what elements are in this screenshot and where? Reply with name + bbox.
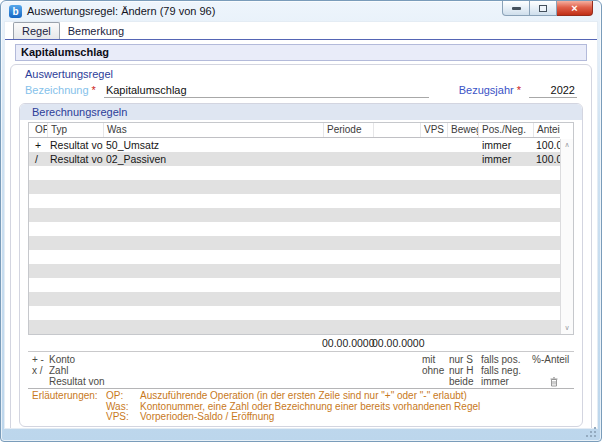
table-row-empty[interactable] xyxy=(29,208,560,222)
table-row[interactable]: + Resultat von 50_Umsatz immer 100.00% xyxy=(29,138,560,152)
cell-typ: Resultat von xyxy=(47,152,103,166)
date-format-hint: 00.00.0000 xyxy=(372,335,419,351)
cell-beweg xyxy=(447,152,478,166)
table-row-empty[interactable] xyxy=(29,264,560,278)
column-header[interactable]: Was xyxy=(103,123,323,137)
legend-beweg: nur H xyxy=(446,365,477,376)
table-row-empty[interactable] xyxy=(29,166,560,180)
cell-vps xyxy=(420,138,447,152)
column-header[interactable] xyxy=(373,123,420,137)
tab-bar: Regel Bemerkung xyxy=(5,22,597,40)
bottom-frame xyxy=(1,429,601,441)
column-header[interactable]: Beweg. xyxy=(447,123,478,137)
vertical-scrollbar[interactable]: ∧ ∨ xyxy=(560,139,573,334)
legend-op xyxy=(28,376,46,387)
legend-vps xyxy=(419,376,446,387)
cell-was: 02_Passiven xyxy=(103,152,323,166)
window-title: Auswertungsregel: Ändern (79 von 96) xyxy=(27,5,215,17)
tab-label: Regel xyxy=(22,25,51,37)
table-row-empty[interactable] xyxy=(29,292,560,306)
table-row-empty[interactable] xyxy=(29,236,560,250)
date-format-hint: 00.00.0000 xyxy=(322,335,372,351)
cell-periode-bis xyxy=(373,138,420,152)
cell-vps xyxy=(420,152,447,166)
resize-grip[interactable] xyxy=(586,427,598,439)
rules-table: OP Typ Was Periode VPS xyxy=(28,122,574,335)
group-berechnungsregeln: Berechnungsregeln OP Typ Was xyxy=(19,103,583,427)
group-auswertungsregel: Auswertungsregel Bezeichnung * Kapitalum… xyxy=(10,64,592,429)
note-row: VPS: Vorperioden-Saldo / Eröffnung xyxy=(106,412,574,423)
table-row-empty[interactable] xyxy=(29,320,560,334)
column-header[interactable]: Pos./Neg. xyxy=(478,123,533,137)
tab[interactable]: Bemerkung xyxy=(60,23,132,39)
table-row-empty[interactable] xyxy=(29,306,560,320)
table-row[interactable]: / Resultat von 02_Passiven immer 100.00% xyxy=(29,152,560,166)
legend-op: + - xyxy=(28,354,46,365)
legend-row: Resultat von beide immer xyxy=(28,376,561,387)
bezeichnung-label: Bezeichnung xyxy=(25,84,89,96)
table-row-empty[interactable] xyxy=(29,194,560,208)
table-row-empty[interactable] xyxy=(29,278,560,292)
legend-vps: ohne xyxy=(419,365,446,376)
cell-posneg: immer xyxy=(478,152,533,166)
rule-name-header: Kapitalumschlag xyxy=(15,44,587,61)
column-header[interactable]: OP xyxy=(29,123,47,137)
maximize-icon xyxy=(539,5,547,12)
table-row-empty[interactable] xyxy=(29,222,560,236)
legend-op: x / xyxy=(28,365,46,376)
legend-anteil: %-Anteil xyxy=(532,354,572,365)
legend-vps: mit xyxy=(419,354,446,365)
column-header[interactable]: Typ xyxy=(47,123,103,137)
legend-typ: Zahl xyxy=(46,365,372,376)
legend-posneg: immer xyxy=(477,376,532,387)
column-header[interactable]: Periode xyxy=(323,123,373,137)
maximize-button[interactable] xyxy=(530,1,557,16)
minimize-button[interactable] xyxy=(502,1,530,16)
trash-icon xyxy=(550,377,558,387)
berechnungsregeln-body: OP Typ Was Periode VPS xyxy=(20,120,582,426)
cell-periode-bis xyxy=(373,152,420,166)
legend-anteil xyxy=(532,376,561,387)
column-header[interactable]: VPS xyxy=(420,123,447,137)
legend-posneg: falls pos. xyxy=(477,354,532,365)
cell-op: + xyxy=(29,138,47,152)
note-text: Vorperioden-Saldo / Eröffnung xyxy=(140,412,274,423)
cell-beweg xyxy=(447,138,478,152)
column-header[interactable]: Anteil xyxy=(533,123,560,137)
legend-row: + - Konto mit nur S falls pos. %-Anteil xyxy=(28,354,561,365)
notes-section: Erläuterungen: OP: Auszuführende Operati… xyxy=(28,389,574,423)
close-button[interactable]: × xyxy=(557,1,593,16)
required-marker: * xyxy=(517,84,521,96)
chevron-down-icon: ∨ xyxy=(564,325,569,332)
cell-typ: Resultat von xyxy=(47,138,103,152)
bezeichnung-input[interactable]: Kapitalumschlag xyxy=(104,84,429,98)
table-header: OP Typ Was Periode VPS xyxy=(29,123,560,138)
bezugsjahr-input[interactable]: 2022 xyxy=(529,84,577,98)
notes-heading: Erläuterungen: xyxy=(28,391,106,423)
cell-was: 50_Umsatz xyxy=(103,138,323,152)
tab-label: Bemerkung xyxy=(68,25,124,37)
app-icon: b xyxy=(9,5,22,18)
tab[interactable]: Regel xyxy=(13,22,60,39)
close-icon: × xyxy=(571,2,577,15)
table-body: + Resultat von 50_Umsatz immer 100.00% xyxy=(29,138,560,334)
scroll-down-button[interactable]: ∨ xyxy=(561,322,573,334)
minimize-icon xyxy=(512,7,521,10)
cell-op: / xyxy=(29,152,47,166)
legend-typ: Resultat von xyxy=(46,376,372,387)
title-bar[interactable]: b Auswertungsregel: Ändern (79 von 96) × xyxy=(1,1,601,21)
table-row-empty[interactable] xyxy=(29,180,560,194)
required-marker: * xyxy=(92,84,96,96)
bezugsjahr-label: Bezugsjahr xyxy=(459,84,514,96)
legend-anteil xyxy=(532,365,561,376)
notes-items: OP: Auszuführende Operation (in der erst… xyxy=(106,391,574,423)
legend-typ: Konto xyxy=(46,354,372,365)
table-row-empty[interactable] xyxy=(29,250,560,264)
scroll-up-button[interactable]: ∧ xyxy=(561,139,573,151)
window-controls: × xyxy=(502,1,593,16)
cell-anteil: 100.00% xyxy=(533,138,560,152)
group-auswertungsregel-title: Auswertungsregel xyxy=(11,65,591,81)
group-berechnungsregeln-title: Berechnungsregeln xyxy=(20,104,582,120)
cell-anteil: 100.00% xyxy=(533,152,560,166)
legend-row: x / Zahl ohne nur H falls neg. xyxy=(28,365,561,376)
